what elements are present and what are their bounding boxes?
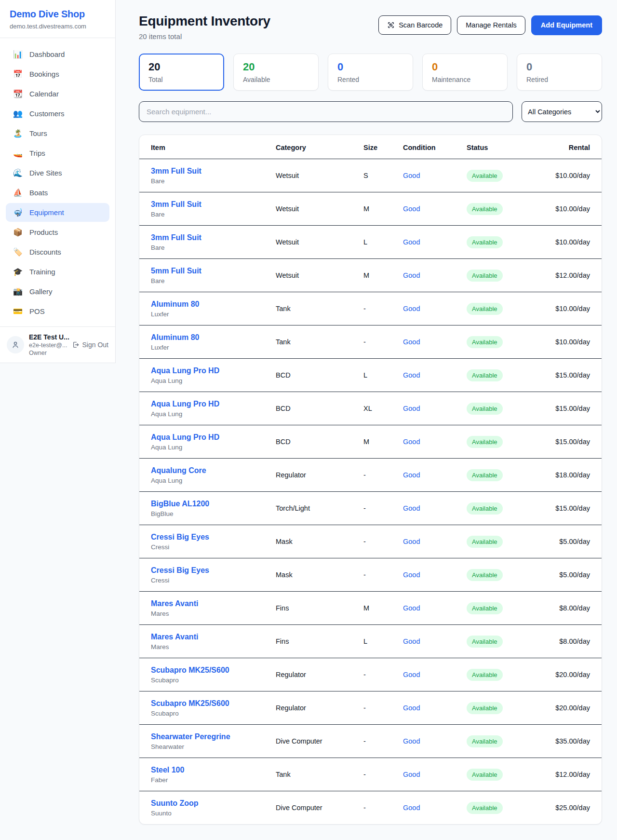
item-brand: Bare xyxy=(151,211,276,218)
table-row[interactable]: 5mm Full SuitBareWetsuitMGoodAvailable$1… xyxy=(139,258,602,292)
manage-rentals-button[interactable]: Manage Rentals xyxy=(457,16,525,35)
sidebar-item-dashboard[interactable]: 📊Dashboard xyxy=(6,45,109,64)
table-row[interactable]: 3mm Full SuitBareWetsuitMGoodAvailable$1… xyxy=(139,192,602,225)
condition-link[interactable]: Good xyxy=(403,704,420,712)
condition-link[interactable]: Good xyxy=(403,737,420,745)
table-row[interactable]: Cressi Big EyesCressiMask-GoodAvailable$… xyxy=(139,525,602,558)
sidebar-item-boats[interactable]: ⛵Boats xyxy=(6,183,109,202)
category-select[interactable]: All Categories xyxy=(522,101,602,122)
stat-card-maintenance[interactable]: 0Maintenance xyxy=(422,54,508,91)
condition-link[interactable]: Good xyxy=(403,637,420,645)
sidebar-item-products[interactable]: 📦Products xyxy=(6,223,109,242)
item-name-link[interactable]: Steel 100 xyxy=(151,766,276,774)
sidebar-item-label: Products xyxy=(29,228,58,236)
condition-link[interactable]: Good xyxy=(403,371,420,379)
condition-link[interactable]: Good xyxy=(403,504,420,512)
condition-link[interactable]: Good xyxy=(403,338,420,346)
item-name-link[interactable]: Aluminum 80 xyxy=(151,300,276,309)
condition-link[interactable]: Good xyxy=(403,172,420,179)
stat-card-available[interactable]: 20Available xyxy=(233,54,319,91)
condition-link[interactable]: Good xyxy=(403,205,420,213)
item-name-link[interactable]: Aluminum 80 xyxy=(151,333,276,342)
item-name-link[interactable]: Mares Avanti xyxy=(151,599,276,608)
condition-link[interactable]: Good xyxy=(403,405,420,412)
condition-link[interactable]: Good xyxy=(403,305,420,312)
item-name-link[interactable]: Aqua Lung Pro HD xyxy=(151,433,276,442)
sidebar-item-trips[interactable]: 🚤Trips xyxy=(6,144,109,163)
table-row[interactable]: Aqualung CoreAqua LungRegulator-GoodAvai… xyxy=(139,458,602,491)
item-name-link[interactable]: BigBlue AL1200 xyxy=(151,500,276,508)
main-content: Equipment Inventory 20 items total Scan … xyxy=(116,0,617,840)
sign-out-button[interactable]: Sign Out xyxy=(72,341,108,349)
condition-link[interactable]: Good xyxy=(403,438,420,446)
item-name-link[interactable]: Scubapro MK25/S600 xyxy=(151,666,276,675)
stat-card-rented[interactable]: 0Rented xyxy=(328,54,413,91)
table-row[interactable]: 3mm Full SuitBareWetsuitSGoodAvailable$1… xyxy=(139,159,602,192)
sidebar-item-calendar[interactable]: 📆Calendar xyxy=(6,84,109,103)
condition-link[interactable]: Good xyxy=(403,771,420,778)
table-row[interactable]: Scubapro MK25/S600ScubaproRegulator-Good… xyxy=(139,691,602,724)
item-name-link[interactable]: Suunto Zoop xyxy=(151,799,276,808)
sidebar-item-bookings[interactable]: 📅Bookings xyxy=(6,65,109,83)
table-row[interactable]: Suunto ZoopSuuntoDive Computer-GoodAvail… xyxy=(139,791,602,824)
sidebar-item-dive-sites[interactable]: 🌊Dive Sites xyxy=(6,163,109,182)
table-row[interactable]: Cressi Big EyesCressiMask-GoodAvailable$… xyxy=(139,558,602,591)
condition-cell: Good xyxy=(403,537,467,546)
item-name-link[interactable]: 3mm Full Suit xyxy=(151,167,276,176)
table-row[interactable]: Aluminum 80LuxferTank-GoodAvailable$10.0… xyxy=(139,292,602,325)
table-row[interactable]: Aqua Lung Pro HDAqua LungBCDXLGoodAvaila… xyxy=(139,392,602,425)
table-row[interactable]: Aqua Lung Pro HDAqua LungBCDLGoodAvailab… xyxy=(139,358,602,392)
item-name-link[interactable]: Aqua Lung Pro HD xyxy=(151,400,276,408)
search-input[interactable] xyxy=(139,101,513,122)
item-name-link[interactable]: Scubapro MK25/S600 xyxy=(151,699,276,708)
table-row[interactable]: Aluminum 80LuxferTank-GoodAvailable$10.0… xyxy=(139,325,602,358)
item-name-link[interactable]: Mares Avanti xyxy=(151,633,276,641)
sidebar: Demo Dive Shop demo.test.divestreams.com… xyxy=(0,0,116,363)
add-equipment-button[interactable]: Add Equipment xyxy=(531,15,602,35)
stat-card-retired[interactable]: 0Retired xyxy=(517,54,602,91)
table-row[interactable]: Steel 100FaberTank-GoodAvailable$12.00/d… xyxy=(139,758,602,791)
condition-link[interactable]: Good xyxy=(403,671,420,678)
condition-link[interactable]: Good xyxy=(403,538,420,545)
sidebar-item-training[interactable]: 🎓Training xyxy=(6,262,109,281)
condition-link[interactable]: Good xyxy=(403,238,420,246)
sidebar-item-label: Trips xyxy=(29,149,45,157)
item-name-link[interactable]: Aqualung Core xyxy=(151,466,276,475)
condition-link[interactable]: Good xyxy=(403,571,420,579)
item-name-link[interactable]: Cressi Big Eyes xyxy=(151,566,276,575)
sidebar-item-discounts[interactable]: 🏷️Discounts xyxy=(6,243,109,261)
rental-cell: $15.00/day xyxy=(540,371,590,379)
bookings-icon: 📅 xyxy=(13,69,23,79)
sidebar-item-equipment[interactable]: 🤿Equipment xyxy=(6,203,109,222)
condition-link[interactable]: Good xyxy=(403,804,420,812)
table-row[interactable]: Aqua Lung Pro HDAqua LungBCDMGoodAvailab… xyxy=(139,425,602,458)
sidebar-item-label: Tours xyxy=(29,129,47,137)
status-badge: Available xyxy=(467,270,503,282)
sidebar-item-tours[interactable]: 🏝️Tours xyxy=(6,124,109,143)
table-row[interactable]: Scubapro MK25/S600ScubaproRegulator-Good… xyxy=(139,658,602,691)
item-brand: BigBlue xyxy=(151,510,276,517)
item-name-link[interactable]: Cressi Big Eyes xyxy=(151,533,276,542)
scan-barcode-button[interactable]: Scan Barcode xyxy=(378,15,451,35)
item-name-link[interactable]: Shearwater Peregrine xyxy=(151,732,276,741)
sidebar-item-gallery[interactable]: 📸Gallery xyxy=(6,282,109,301)
item-name-link[interactable]: 5mm Full Suit xyxy=(151,267,276,275)
table-row[interactable]: Mares AvantiMaresFinsMGoodAvailable$8.00… xyxy=(139,591,602,624)
table-row[interactable]: Shearwater PeregrineShearwaterDive Compu… xyxy=(139,724,602,758)
table-row[interactable]: BigBlue AL1200BigBlueTorch/Light-GoodAva… xyxy=(139,491,602,525)
stat-card-total[interactable]: 20Total xyxy=(139,54,224,91)
item-name-link[interactable]: 3mm Full Suit xyxy=(151,233,276,242)
sidebar-item-pos[interactable]: 💳POS xyxy=(6,302,109,321)
table-row[interactable]: Mares AvantiMaresFinsLGoodAvailable$8.00… xyxy=(139,624,602,658)
category-cell: Torch/Light xyxy=(276,504,363,512)
sidebar-item-customers[interactable]: 👥Customers xyxy=(6,104,109,123)
condition-link[interactable]: Good xyxy=(403,471,420,479)
table-row[interactable]: 3mm Full SuitBareWetsuitLGoodAvailable$1… xyxy=(139,225,602,258)
condition-link[interactable]: Good xyxy=(403,604,420,612)
condition-link[interactable]: Good xyxy=(403,271,420,279)
status-cell: Available xyxy=(467,403,540,415)
item-name-link[interactable]: Aqua Lung Pro HD xyxy=(151,366,276,375)
condition-cell: Good xyxy=(403,171,467,180)
person-icon xyxy=(11,340,20,349)
item-name-link[interactable]: 3mm Full Suit xyxy=(151,200,276,209)
